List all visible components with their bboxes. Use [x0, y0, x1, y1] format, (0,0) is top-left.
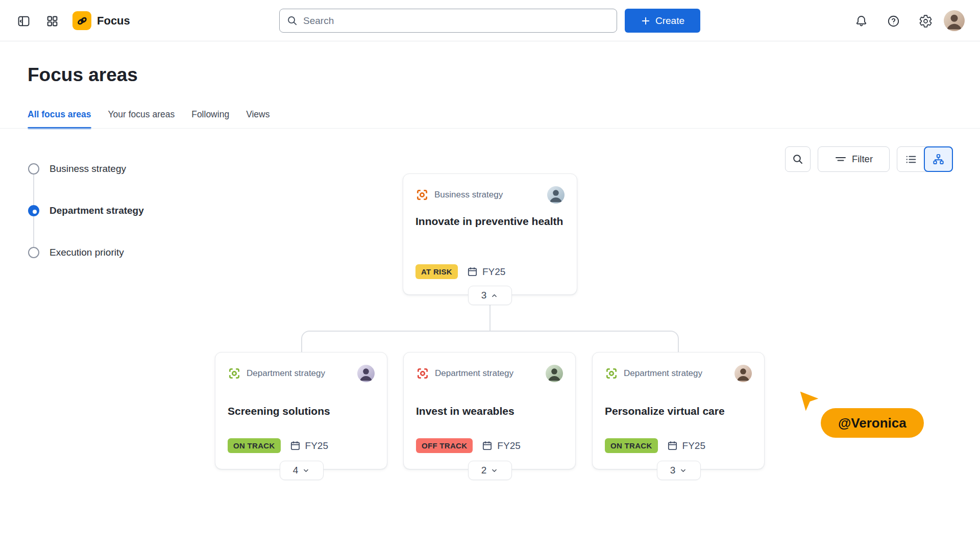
tree-view-button[interactable]: [924, 146, 953, 172]
timeframe: FY25: [667, 440, 705, 452]
list-view-button[interactable]: [897, 147, 924, 171]
sidebar-collapse-icon: [17, 14, 31, 28]
focus-area-card-root[interactable]: Business strategy Innovate in preventive…: [403, 173, 577, 295]
radio-selected-icon[interactable]: [28, 205, 39, 216]
card-meta: ON TRACK FY25: [228, 438, 375, 457]
children-count: 3: [481, 290, 487, 301]
card-header: Business strategy: [415, 186, 565, 204]
children-count: 2: [481, 465, 487, 476]
focus-area-card-child[interactable]: Department strategy Personalize virtual …: [592, 352, 765, 469]
global-search: [279, 9, 617, 33]
level-business-strategy[interactable]: Business strategy: [28, 163, 126, 174]
search-icon: [792, 153, 804, 165]
focus-area-type-label: Department strategy: [435, 368, 546, 379]
focus-area-card-child[interactable]: Department strategy Invest in wearables …: [403, 352, 576, 469]
search-icon: [286, 15, 298, 27]
settings-button[interactable]: [914, 10, 937, 32]
focus-app: Focus Create: [0, 0, 980, 551]
level-execution-priority[interactable]: Execution priority: [28, 247, 124, 258]
card-header: Department strategy: [416, 365, 563, 382]
tab-your-focus-areas[interactable]: Your focus areas: [108, 109, 175, 129]
calendar-icon: [289, 440, 301, 452]
card-header: Department strategy: [228, 365, 375, 382]
help-button[interactable]: [882, 10, 904, 32]
focus-area-icon: [416, 367, 429, 380]
tab-following[interactable]: Following: [191, 109, 229, 129]
tab-views[interactable]: Views: [246, 109, 270, 129]
timeframe: FY25: [289, 440, 328, 452]
children-count: 4: [293, 465, 299, 476]
tree-view-icon: [932, 153, 945, 166]
level-department-strategy[interactable]: Department strategy: [28, 205, 144, 216]
timeframe: FY25: [467, 266, 505, 278]
chevron-down-icon: [302, 466, 310, 475]
expand-children-pill[interactable]: 3: [657, 461, 701, 480]
calendar-icon: [467, 266, 478, 278]
help-icon: [887, 14, 900, 28]
collapse-children-pill[interactable]: 3: [468, 286, 512, 305]
focus-area-type-label: Business strategy: [434, 190, 547, 200]
owner-avatar[interactable]: [734, 365, 752, 382]
list-view-icon: [904, 153, 917, 166]
create-button[interactable]: Create: [625, 9, 700, 33]
focus-area-title[interactable]: Screening solutions: [228, 404, 375, 418]
level-label: Execution priority: [50, 247, 124, 258]
timeframe-label: FY25: [482, 266, 505, 278]
status-badge: ON TRACK: [228, 438, 281, 453]
expand-children-pill[interactable]: 2: [468, 461, 512, 480]
owner-avatar[interactable]: [547, 186, 565, 204]
timeframe: FY25: [481, 440, 520, 452]
chevron-down-icon: [679, 466, 688, 475]
app-name: Focus: [97, 14, 130, 28]
gear-icon: [919, 14, 933, 28]
calendar-icon: [481, 440, 493, 452]
focus-area-title[interactable]: Invest in wearables: [416, 404, 563, 418]
chevron-down-icon: [490, 466, 499, 475]
notifications-button[interactable]: [850, 10, 872, 32]
expand-children-pill[interactable]: 4: [280, 461, 324, 480]
app-switcher-button[interactable]: [41, 10, 63, 32]
filter-button[interactable]: Filter: [818, 146, 890, 172]
card-header: Department strategy: [605, 365, 752, 382]
focus-logo-icon[interactable]: [72, 11, 91, 30]
status-badge: AT RISK: [415, 264, 458, 279]
status-badge: ON TRACK: [605, 438, 658, 453]
level-label: Department strategy: [50, 205, 144, 216]
user-avatar[interactable]: [944, 10, 965, 31]
focus-area-card-child[interactable]: Department strategy Screening solutions …: [215, 352, 387, 469]
collaborator-cursor-icon: [797, 390, 821, 413]
sidebar-collapse-button[interactable]: [12, 10, 35, 32]
calendar-icon: [667, 440, 678, 452]
search-input[interactable]: [279, 9, 617, 33]
card-meta: AT RISK FY25: [415, 264, 565, 282]
tabs-divider: [0, 128, 980, 129]
create-button-label: Create: [655, 15, 684, 27]
timeframe-label: FY25: [305, 440, 328, 452]
level-label: Business strategy: [50, 163, 126, 174]
page-title: Focus areas: [28, 64, 138, 86]
card-meta: ON TRACK FY25: [605, 438, 752, 457]
focus-area-type-label: Department strategy: [624, 368, 734, 379]
focus-area-icon: [228, 367, 241, 380]
card-meta: OFF TRACK FY25: [416, 438, 563, 457]
radio-unselected-icon[interactable]: [28, 247, 39, 258]
bell-icon: [854, 14, 868, 28]
plus-icon: [641, 16, 651, 26]
timeframe-label: FY25: [682, 440, 705, 452]
owner-avatar[interactable]: [357, 365, 375, 382]
collaborator-name: @Veronica: [838, 415, 906, 431]
collaborator-name-badge: @Veronica: [821, 408, 924, 438]
radio-unselected-icon[interactable]: [28, 163, 39, 174]
children-count: 3: [670, 465, 676, 476]
filter-button-label: Filter: [852, 154, 873, 165]
focus-area-title[interactable]: Innovate in preventive health: [415, 214, 565, 229]
tab-all-focus-areas[interactable]: All focus areas: [28, 109, 91, 129]
focus-area-icon: [605, 367, 618, 380]
focus-area-type-label: Department strategy: [247, 368, 357, 379]
app-grid-icon: [46, 15, 59, 28]
tree-connector-vertical: [489, 305, 491, 331]
owner-avatar[interactable]: [546, 365, 563, 382]
focus-area-title[interactable]: Personalize virtual care: [605, 404, 752, 418]
filter-icon: [835, 153, 847, 165]
board-search-button[interactable]: [785, 146, 811, 172]
